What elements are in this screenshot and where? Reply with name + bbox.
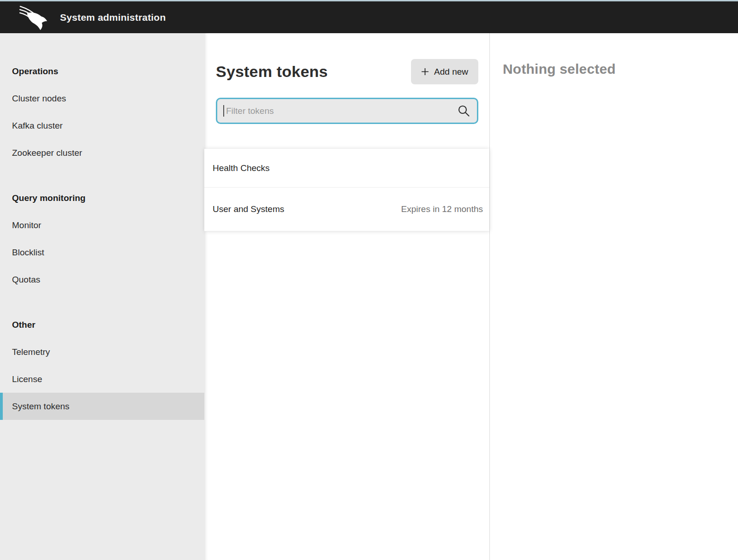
section-title-operations: Operations: [0, 58, 204, 85]
token-expiry: Expires in 12 months: [401, 204, 483, 214]
search-icon: [458, 105, 470, 117]
sidebar-section-query-monitoring: Query monitoring Monitor Blocklist Quota…: [0, 184, 204, 293]
app-title: System administration: [60, 12, 166, 23]
sidebar-item-blocklist[interactable]: Blocklist: [0, 239, 204, 266]
token-row-health-checks[interactable]: Health Checks: [204, 149, 489, 187]
text-caret: [223, 105, 224, 117]
screen: System administration Operations Cluster…: [0, 0, 738, 560]
add-new-button[interactable]: Add new: [411, 59, 478, 84]
section-title-other: Other: [0, 311, 204, 338]
sidebar-item-monitor[interactable]: Monitor: [0, 212, 204, 239]
sidebar-item-kafka-cluster[interactable]: Kafka cluster: [0, 112, 204, 139]
page-title: System tokens: [216, 59, 328, 84]
tokens-panel-head: System tokens Add new: [204, 59, 489, 124]
sidebar-section-other: Other Telemetry License System tokens: [0, 311, 204, 420]
sidebar-item-system-tokens[interactable]: System tokens: [0, 393, 204, 420]
filter-field-wrap: [216, 98, 478, 124]
section-title-query-monitoring: Query monitoring: [0, 184, 204, 212]
detail-panel: Nothing selected: [489, 33, 738, 560]
app-header: System administration: [0, 1, 738, 33]
sidebar: Operations Cluster nodes Kafka cluster Z…: [0, 33, 204, 560]
filter-tokens-input[interactable]: [216, 98, 478, 124]
add-new-button-label: Add new: [434, 67, 468, 77]
token-list: Health Checks User and Systems Expires i…: [204, 149, 489, 231]
sidebar-section-operations: Operations Cluster nodes Kafka cluster Z…: [0, 58, 204, 166]
token-row-user-and-systems[interactable]: User and Systems Expires in 12 months: [204, 187, 489, 231]
token-name: Health Checks: [213, 163, 270, 173]
sidebar-item-telemetry[interactable]: Telemetry: [0, 338, 204, 365]
token-name: User and Systems: [213, 204, 284, 214]
falcon-icon: [18, 5, 51, 30]
sidebar-item-zookeeper-cluster[interactable]: Zookeeper cluster: [0, 139, 204, 166]
empty-state-text: Nothing selected: [503, 61, 738, 77]
content: Operations Cluster nodes Kafka cluster Z…: [0, 33, 738, 560]
plus-icon: [421, 68, 429, 76]
system-tokens-panel: System tokens Add new: [204, 33, 489, 560]
sidebar-item-cluster-nodes[interactable]: Cluster nodes: [0, 85, 204, 112]
sidebar-item-quotas[interactable]: Quotas: [0, 266, 204, 293]
sidebar-item-license[interactable]: License: [0, 365, 204, 393]
